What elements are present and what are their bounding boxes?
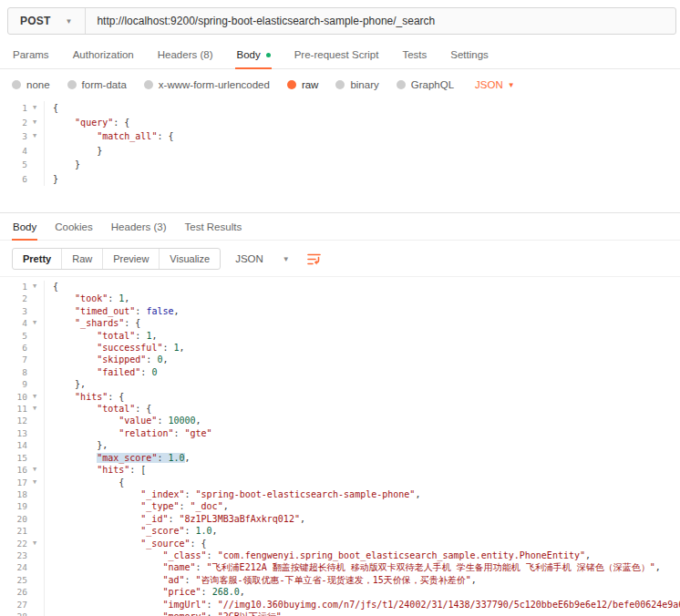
response-tab-body[interactable]: Body [12,213,37,240]
editor-gutter: 1▼ [0,101,45,116]
fold-toggle-icon[interactable]: ▼ [27,464,42,476]
line-number: 21 [0,525,27,537]
editor-gutter: 10▼ [0,391,45,403]
response-language-dropdown[interactable]: JSON ▼ [235,253,290,264]
view-tab-pretty[interactable]: Pretty [13,249,62,269]
raw-language-dropdown[interactable]: JSON ▼ [475,79,515,90]
fold-spacer [27,342,42,354]
editor-gutter: 4 [0,144,45,159]
fold-spacer [27,452,42,464]
tab-pre-request-script[interactable]: Pre-request Script [294,40,380,68]
wrap-lines-button[interactable] [306,252,322,266]
code-line: 5 "total": 1, [0,330,680,342]
line-number: 16 [0,464,27,476]
code-text: }, [53,439,108,451]
fold-toggle-icon[interactable]: ▼ [27,101,42,116]
line-number: 5 [0,158,27,172]
code-text: "skipped": 0, [53,354,168,365]
code-text: "value": 10000, [53,415,201,426]
view-tab-raw[interactable]: Raw [62,249,103,269]
url-input[interactable]: http://localhost:9200/spring-boot-elasti… [86,15,675,27]
mode-raw[interactable]: raw [287,79,319,90]
request-body-editor[interactable]: 1▼{2▼ "query": {3▼ "match_all": {4 }5 }6… [0,98,680,212]
fold-toggle-icon[interactable]: ▼ [27,477,42,488]
tab-params[interactable]: Params [12,40,50,68]
tab-settings[interactable]: Settings [449,40,489,68]
mode-none[interactable]: none [12,79,50,90]
editor-gutter: 7 [0,354,45,365]
code-line: 5 } [0,158,680,172]
fold-spacer [27,415,42,426]
response-tab-test-results[interactable]: Test Results [184,213,243,240]
mode-x-www-form-urlencoded[interactable]: x-www-form-urlencoded [144,79,270,90]
method-selector[interactable]: POST ▼ [8,15,85,27]
code-line: 14 }, [0,439,680,451]
line-number: 1 [0,281,27,293]
response-tab-cookies[interactable]: Cookies [54,213,94,240]
request-url-section: POST ▼ http://localhost:9200/spring-boot… [0,0,680,40]
fold-toggle-icon[interactable]: ▼ [27,129,42,144]
fold-toggle-icon[interactable]: ▼ [27,403,42,415]
method-label: POST [20,15,50,27]
fold-spacer [27,525,42,537]
line-number: 8 [0,366,27,378]
fold-spacer [27,599,42,611]
fold-toggle-icon[interactable]: ▼ [27,391,42,403]
editor-gutter: 17▼ [0,477,45,488]
code-text: "_id": "8z1PL3MB3aBfAxkrq012", [53,513,305,525]
tab-body[interactable]: Body [235,40,271,68]
fold-spacer [27,586,42,598]
line-number: 24 [0,561,27,573]
code-line: 6} [0,172,680,187]
code-line: 7 "skipped": 0, [0,354,680,365]
line-number: 10 [0,391,27,403]
tab-headers[interactable]: Headers (8) [157,40,214,68]
view-tab-preview[interactable]: Preview [103,249,160,269]
code-line: 10▼ "hits": { [0,391,680,403]
chevron-down-icon: ▼ [65,17,72,26]
fold-toggle-icon[interactable]: ▼ [27,281,42,293]
code-line: 28 "memory": "2GB以下运行", [0,611,680,616]
editor-gutter: 27 [0,599,45,611]
code-text: "failed": 0 [53,366,157,378]
code-line: 4▼ "_shards": { [0,317,680,329]
radio-selected-icon [287,80,296,89]
request-tabs: Params Authorization Headers (8) Body Pr… [0,40,680,69]
response-body-editor[interactable]: 1▼{2 "took": 1,3 "timed_out": false,4▼ "… [0,276,680,616]
line-number: 23 [0,549,27,561]
fold-toggle-icon[interactable]: ▼ [27,538,42,549]
editor-gutter: 25 [0,574,45,586]
code-text: "_score": 1.0, [53,525,218,537]
code-line: 22▼ "_source": { [0,538,680,549]
line-number: 14 [0,439,27,451]
code-line: 2 "took": 1, [0,293,680,304]
fold-spacer [27,549,42,561]
code-line: 12 "value": 10000, [0,415,680,426]
code-line: 25 "ad": "咨询客服-领取优惠-下单立省-现货速发，15天价保，买贵补差… [0,574,680,586]
line-number: 12 [0,415,27,426]
mode-form-data[interactable]: form-data [67,79,127,90]
mode-binary[interactable]: binary [335,79,378,90]
code-text: "price": 268.0, [53,586,245,598]
code-line: 16▼ "hits": [ [0,464,680,476]
code-text: "_type": "_doc", [53,500,229,512]
code-line: 27 "imgUrl": "//img10.360buyimg.com/n7/j… [0,599,680,611]
radio-icon [67,80,77,89]
tab-authorization[interactable]: Authorization [72,40,135,68]
body-mode-row: none form-data x-www-form-urlencoded raw… [0,69,680,98]
body-content-dot-icon [266,53,271,57]
radio-icon [397,80,406,89]
fold-toggle-icon[interactable]: ▼ [27,317,42,329]
fold-toggle-icon[interactable]: ▼ [27,116,42,130]
editor-gutter: 3▼ [0,129,45,144]
response-tabs: Body Cookies Headers (3) Test Results [0,212,680,241]
response-tab-headers[interactable]: Headers (3) [110,213,168,240]
code-text: } [53,144,102,159]
tab-tests[interactable]: Tests [401,40,428,68]
mode-graphql[interactable]: GraphQL [397,79,454,90]
editor-gutter: 4▼ [0,317,45,329]
code-line: 20 "_id": "8z1PL3MB3aBfAxkrq012", [0,513,680,525]
editor-gutter: 5 [0,330,45,342]
fold-spacer [27,354,42,365]
view-tab-visualize[interactable]: Visualize [160,249,220,269]
